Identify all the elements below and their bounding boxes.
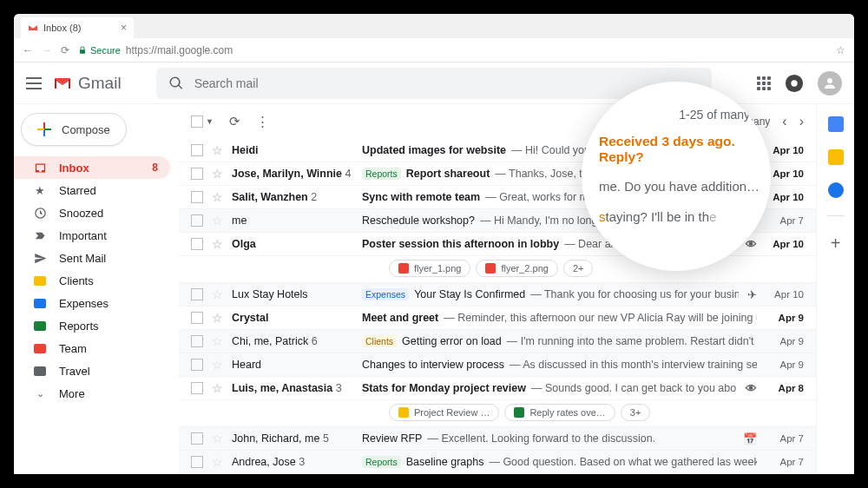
- sender: Crystal: [232, 312, 353, 324]
- more-menu-icon[interactable]: ⋮: [256, 114, 269, 129]
- snoozed-icon: [33, 206, 47, 220]
- date: Apr 8: [766, 383, 804, 393]
- star-icon[interactable]: ☆: [212, 214, 223, 228]
- row-checkbox[interactable]: [191, 238, 203, 250]
- attachment-chip[interactable]: Project Review …: [389, 404, 499, 421]
- tasks-app-icon[interactable]: [828, 182, 844, 198]
- reload-icon[interactable]: ⟳: [61, 44, 69, 56]
- row-content: Expenses Your Stay Is Confirmed — Thank …: [362, 288, 739, 300]
- attachment-chip[interactable]: flyer_2.png: [476, 260, 557, 277]
- attachment-chip[interactable]: Reply rates ove…: [504, 404, 615, 421]
- sidebar-item-travel[interactable]: Travel: [14, 359, 170, 382]
- sidebar-item-snoozed[interactable]: Snoozed: [14, 201, 170, 224]
- address-bar[interactable]: Secure https://mail.google.com: [78, 44, 827, 56]
- person-icon: [822, 76, 838, 91]
- row-checkbox[interactable]: [191, 214, 203, 227]
- subject: Your Stay Is Confirmed: [414, 288, 525, 300]
- sidebar-item-expenses[interactable]: Expenses: [14, 292, 170, 314]
- sidebar-item-important[interactable]: Important: [14, 224, 170, 247]
- row-checkbox[interactable]: [191, 359, 203, 371]
- star-icon[interactable]: ☆: [212, 432, 223, 445]
- snippet: — As discussed in this month's interview…: [510, 359, 757, 371]
- zoom-snippet-1: me. Do you have addition…: [599, 179, 753, 194]
- select-all-checkbox[interactable]: [191, 115, 203, 128]
- star-icon[interactable]: ☆: [212, 287, 223, 301]
- bookmark-star-icon[interactable]: ☆: [836, 44, 845, 56]
- keep-app-icon[interactable]: [828, 149, 844, 165]
- notifications-icon[interactable]: [785, 74, 804, 93]
- account-avatar[interactable]: [818, 71, 842, 96]
- row-checkbox[interactable]: [191, 144, 203, 156]
- label-chip: Reports: [362, 168, 401, 180]
- email-row[interactable]: ☆ Lux Stay Hotels Expenses Your Stay Is …: [179, 283, 816, 307]
- important-icon: [33, 228, 47, 242]
- attachment-icon: 👁: [746, 238, 757, 251]
- star-icon[interactable]: ☆: [212, 358, 223, 372]
- row-checkbox[interactable]: [191, 432, 203, 445]
- sidebar-item-inbox[interactable]: Inbox 8: [14, 156, 170, 179]
- side-panel: +: [816, 104, 854, 474]
- star-icon[interactable]: ☆: [212, 143, 223, 157]
- search-icon: [168, 76, 184, 91]
- star-icon[interactable]: ☆: [212, 455, 223, 469]
- gmail-logo[interactable]: Gmail: [52, 73, 122, 94]
- star-icon[interactable]: ☆: [212, 311, 223, 325]
- browser-toolbar: ← → ⟳ Secure https://mail.google.com ☆: [14, 38, 854, 63]
- star-icon[interactable]: ☆: [212, 334, 223, 348]
- google-apps-icon[interactable]: [757, 76, 771, 90]
- calendar-app-icon[interactable]: [828, 116, 844, 132]
- main-menu-icon[interactable]: [26, 77, 42, 89]
- forward-icon[interactable]: →: [42, 44, 52, 56]
- row-checkbox[interactable]: [191, 168, 203, 180]
- sidebar-item-label: Reports: [59, 320, 99, 333]
- row-checkbox[interactable]: [191, 191, 203, 203]
- row-checkbox[interactable]: [191, 382, 203, 394]
- zoom-nudge-text: Received 3 days ago. Reply?: [599, 134, 753, 165]
- svg-point-1: [791, 80, 797, 86]
- sidebar-item-starred[interactable]: ★ Starred: [14, 179, 170, 201]
- sidebar-item-more[interactable]: ⌄ More: [14, 382, 170, 405]
- attachment-more-chip[interactable]: 2+: [563, 260, 594, 277]
- sidebar-item-label: Important: [59, 229, 107, 242]
- url-text: https://mail.google.com: [126, 44, 233, 56]
- email-row[interactable]: ☆ Heard Changes to interview process — A…: [179, 353, 816, 377]
- email-row[interactable]: ☆ Luis, me, Anastasia 3 Stats for Monday…: [179, 377, 816, 400]
- prev-page-icon[interactable]: ‹: [782, 114, 786, 129]
- sidebar-item-sent-mail[interactable]: Sent Mail: [14, 247, 170, 269]
- star-icon[interactable]: ☆: [212, 381, 223, 395]
- row-checkbox[interactable]: [191, 288, 203, 300]
- next-page-icon[interactable]: ›: [799, 114, 804, 129]
- email-row[interactable]: ☆ Crystal Meet and greet — Reminder, thi…: [179, 307, 816, 330]
- attachment-chip[interactable]: flyer_1.png: [389, 260, 470, 277]
- email-row[interactable]: ☆ Andrea, Jose 3 Reports Baseline graphs…: [179, 451, 816, 474]
- snippet: — I'm running into the same problem. Res…: [507, 335, 757, 347]
- star-icon[interactable]: ☆: [212, 237, 223, 251]
- row-checkbox[interactable]: [191, 456, 203, 468]
- compose-label: Compose: [62, 123, 110, 136]
- browser-tab[interactable]: Inbox (8) ×: [21, 17, 134, 38]
- close-tab-icon[interactable]: ×: [121, 22, 127, 34]
- zoom-page-info: 1-25 of many: [599, 108, 753, 122]
- attachment-more-chip[interactable]: 3+: [621, 404, 651, 421]
- snippet: — Reminder, this afternoon our new VP Al…: [444, 312, 757, 324]
- travel-icon: [33, 364, 47, 378]
- star-icon[interactable]: ☆: [212, 167, 223, 181]
- add-addon-icon[interactable]: +: [831, 234, 841, 254]
- search-input[interactable]: [194, 76, 700, 90]
- subject: Updated images for website: [362, 144, 506, 156]
- clients-icon: [33, 274, 47, 287]
- sidebar-item-clients[interactable]: Clients: [14, 269, 170, 292]
- email-row[interactable]: ☆ Chi, me, Patrick 6 Clients Getting err…: [179, 330, 816, 353]
- label-chip: Expenses: [362, 288, 409, 300]
- star-icon[interactable]: ☆: [212, 190, 223, 204]
- compose-button[interactable]: Compose: [21, 113, 127, 146]
- row-checkbox[interactable]: [191, 335, 203, 347]
- sidebar-item-reports[interactable]: Reports: [14, 314, 170, 337]
- subject: Stats for Monday project review: [362, 382, 526, 394]
- row-checkbox[interactable]: [191, 312, 203, 324]
- refresh-icon[interactable]: ⟳: [229, 114, 240, 129]
- email-row[interactable]: ☆ John, Richard, me 5 Review RFP — Excel…: [179, 427, 816, 451]
- chevron-down-icon[interactable]: ▼: [206, 117, 214, 126]
- back-icon[interactable]: ←: [23, 44, 33, 56]
- sidebar-item-team[interactable]: Team: [14, 337, 170, 359]
